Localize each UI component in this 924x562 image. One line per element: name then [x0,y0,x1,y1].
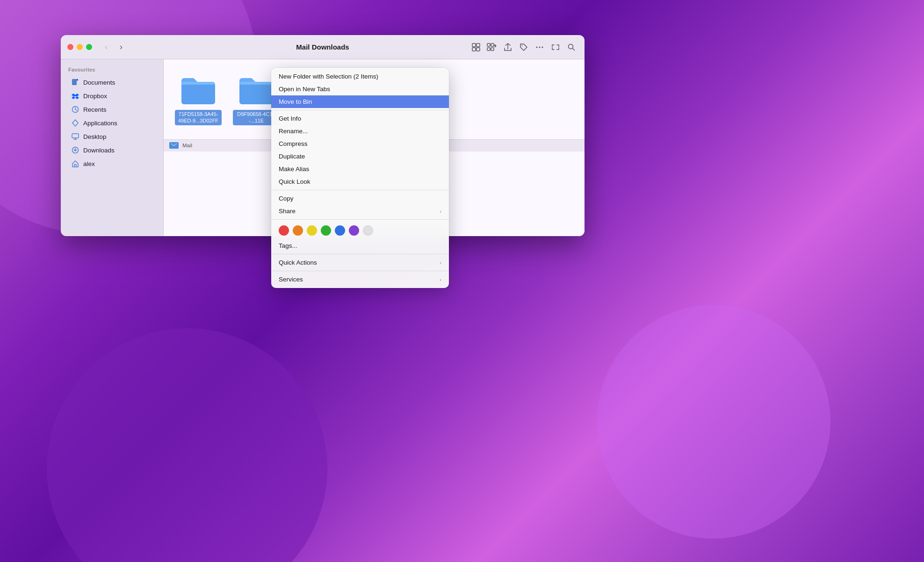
recents-icon [71,105,79,114]
window-controls [67,44,92,50]
ctx-new-folder[interactable]: New Folder with Selection (2 Items) [271,70,449,83]
svg-rect-0 [472,43,476,47]
bg-blob-3 [597,305,830,539]
color-dot-orange[interactable] [293,225,303,236]
ctx-open-new-tabs-label: Open in New Tabs [279,86,441,93]
sidebar-item-desktop[interactable]: Desktop [64,130,160,143]
color-dot-blue[interactable] [335,225,345,236]
ctx-quick-actions-chevron: › [440,260,441,266]
sidebar-section-label: Favourites [61,65,163,75]
ctx-compress[interactable]: Compress [271,137,449,150]
ctx-share[interactable]: Share › [271,205,449,217]
ctx-separator-3 [271,219,449,220]
ctx-make-alias-label: Make Alias [279,166,441,173]
svg-rect-2 [472,48,476,51]
sidebar-item-label-desktop: Desktop [83,133,107,140]
sidebar-item-downloads[interactable]: Downloads [64,144,160,157]
ctx-share-chevron: › [440,209,441,214]
sidebar-item-label-recents: Recents [83,106,107,113]
share-icon [504,43,512,51]
folder-icon-1 [180,73,217,106]
finder-toolbar: ‹ › Mail Downloads [61,35,585,59]
ctx-duplicate-label: Duplicate [279,153,441,160]
home-icon [71,159,79,168]
file-item-1[interactable]: 71FD5158-3A45-49ED-9...3D02FF [175,73,222,125]
ctx-services-chevron: › [440,277,441,282]
ctx-services[interactable]: Services › [271,273,449,286]
ctx-move-to-bin[interactable]: Move to Bin [271,95,449,108]
sidebar-item-label-documents: Documents [83,79,115,86]
sidebar-item-label-downloads: Downloads [83,147,115,154]
minimize-button[interactable] [77,44,83,50]
expand-icon [551,43,560,51]
expand-button[interactable] [549,41,562,54]
ctx-quick-look[interactable]: Quick Look [271,175,449,188]
view-button[interactable] [469,41,483,54]
group-button[interactable] [485,41,498,54]
close-button[interactable] [67,44,73,50]
maximize-button[interactable] [86,44,92,50]
finder-sidebar: Favourites Documents [61,59,164,236]
sidebar-item-applications[interactable]: Applications [64,116,160,130]
svg-rect-16 [72,134,79,138]
ctx-get-info[interactable]: Get Info [271,112,449,125]
svg-rect-1 [476,43,480,47]
sidebar-item-documents[interactable]: Documents [64,76,160,89]
svg-rect-3 [476,48,480,51]
sidebar-item-label-dropbox: Dropbox [83,93,107,100]
ctx-make-alias[interactable]: Make Alias [271,163,449,175]
ctx-open-new-tabs[interactable]: Open in New Tabs [271,83,449,95]
context-menu: New Folder with Selection (2 Items) Open… [271,68,449,288]
sidebar-item-alex[interactable]: alex [64,157,160,170]
ctx-quick-look-label: Quick Look [279,178,441,185]
search-button[interactable] [565,41,578,54]
share-button[interactable] [501,41,514,54]
folder-icon-2 [238,73,275,106]
back-button[interactable]: ‹ [100,41,113,54]
ctx-duplicate[interactable]: Duplicate [271,150,449,163]
dropbox-icon [71,92,79,100]
ctx-separator-1 [271,110,449,110]
downloads-icon [71,146,79,154]
color-dot-purple[interactable] [349,225,359,236]
ctx-share-label: Share [279,208,440,215]
color-dot-red[interactable] [279,225,289,236]
window-title: Mail Downloads [296,43,349,51]
tag-button[interactable] [517,41,530,54]
file-label-1: 71FD5158-3A45-49ED-9...3D02FF [175,110,222,125]
ctx-copy[interactable]: Copy [271,192,449,205]
sidebar-item-dropbox[interactable]: Dropbox [64,89,160,102]
svg-point-10 [539,46,541,48]
sidebar-item-label-alex: alex [83,160,95,167]
color-dot-none[interactable] [363,225,373,236]
ctx-tags-label: Tags... [279,242,441,249]
ctx-quick-actions[interactable]: Quick Actions › [271,256,449,269]
more-button[interactable] [533,41,546,54]
ctx-services-label: Services [279,276,440,283]
group-icon [487,43,497,51]
color-dot-green[interactable] [321,225,331,236]
toolbar-nav: ‹ › [100,41,128,54]
mail-icon [169,142,179,149]
ctx-rename-label: Rename... [279,128,441,135]
sidebar-item-recents[interactable]: Recents [64,103,160,116]
more-icon [535,43,544,51]
ctx-separator-5 [271,271,449,271]
ctx-tags[interactable]: Tags... [271,239,449,252]
svg-rect-6 [487,48,490,50]
svg-rect-7 [491,48,494,50]
ctx-move-to-bin-label: Move to Bin [279,98,441,105]
ctx-rename[interactable]: Rename... [271,125,449,137]
ctx-quick-actions-label: Quick Actions [279,259,440,266]
ctx-compress-label: Compress [279,140,441,147]
ctx-separator-4 [271,254,449,254]
search-icon [567,43,576,51]
ctx-new-folder-label: New Folder with Selection (2 Items) [279,73,441,80]
forward-button[interactable]: › [115,41,128,54]
color-dot-yellow[interactable] [307,225,317,236]
sidebar-item-label-applications: Applications [83,120,117,127]
applications-icon [71,119,79,127]
svg-rect-13 [72,79,77,85]
bottombar-source-label: Mail [182,143,192,148]
svg-point-9 [536,46,538,48]
